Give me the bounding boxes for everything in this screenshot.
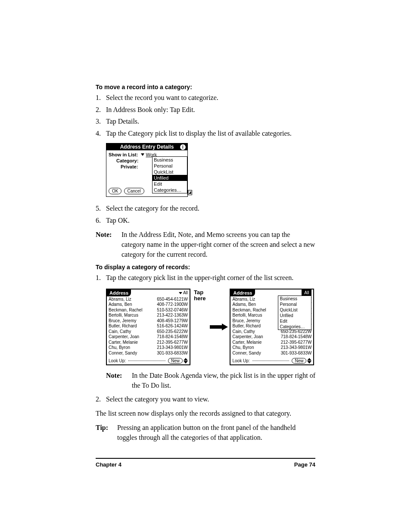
list-item[interactable]: Conner, Sandy301-933-6833W: [109, 351, 188, 356]
heading-move-record: To move a record into a category:: [96, 84, 315, 90]
contact-name: Carter, Melanie: [232, 340, 262, 345]
list-item[interactable]: Bruce, Jeremy408-459-1279W: [109, 318, 188, 324]
contact-name: Carter, Melanie: [109, 340, 138, 345]
contact-name: Butler, Richard: [232, 324, 261, 329]
category-menu[interactable]: Business Personal QuickList Unfiled Edit…: [278, 296, 311, 330]
contact-phone: 516-626-1424W: [157, 324, 188, 329]
list-item[interactable]: Bertolli, Marcus213-422-1363W: [109, 313, 188, 318]
screenshot-row: Address All Abrams, Liz650-454-6121WAdam…: [106, 289, 315, 365]
info-icon[interactable]: i: [180, 144, 186, 150]
dropdown-option[interactable]: QuickList: [153, 169, 187, 175]
list-item[interactable]: Carpenter, Joan718-824-1548W: [232, 334, 311, 340]
new-button[interactable]: New: [168, 358, 183, 364]
svg-marker-0: [210, 324, 228, 330]
list-item[interactable]: Butler, Richard516-626-1424W: [109, 324, 188, 329]
list-item[interactable]: Abrams, Liz650-454-6121W: [109, 297, 188, 302]
cancel-button[interactable]: Cancel: [124, 188, 144, 194]
steps-display: 1.Tap the category pick list in the uppe…: [96, 273, 315, 283]
category-label: Category:: [116, 158, 138, 163]
steps-move-continued: 5.Select the category for the record. 6.…: [96, 204, 315, 225]
list-item[interactable]: Adams, Ben408-772-1900W: [109, 302, 188, 308]
contact-list[interactable]: Abrams, Liz650-454-6121WAdams, Ben408-77…: [107, 296, 190, 356]
scroll-arrows[interactable]: [307, 358, 311, 364]
contact-name: Cain, Cathy: [232, 329, 255, 335]
dialog-title: Address Entry Details: [120, 144, 174, 150]
contact-name: Adams, Ben: [232, 302, 255, 308]
step-number: 3.: [96, 117, 106, 126]
note-label: Note:: [106, 370, 132, 390]
lookup-input[interactable]: [252, 361, 290, 361]
steps-display-continued: 2.Select the category you want to view.: [96, 395, 315, 404]
page-number: Page 74: [294, 461, 315, 468]
contact-name: Conner, Sandy: [232, 351, 261, 356]
step-number: 1.: [96, 93, 106, 103]
contact-name: Chu, Byron: [232, 345, 254, 351]
scroll-arrows[interactable]: [184, 358, 188, 364]
dropdown-option[interactable]: Edit Categories…: [153, 181, 187, 193]
contact-phone: 408-459-1279W: [157, 318, 188, 324]
step-text: Select the category for the record.: [106, 204, 199, 213]
app-title: Address: [107, 289, 131, 296]
step-text: Tap OK.: [106, 216, 130, 225]
note-text: In the Address Edit, Note, and Memo scre…: [121, 230, 315, 260]
contact-name: Conner, Sandy: [109, 351, 137, 356]
chapter-label: Chapter 4: [96, 461, 121, 468]
dropdown-option-selected[interactable]: Unfiled: [153, 175, 187, 181]
contact-phone: 301-933-6833W: [281, 351, 312, 356]
contact-phone: 650-454-6121W: [157, 297, 188, 302]
list-item[interactable]: Chu, Byron213-343-9801W: [109, 345, 188, 351]
contact-name: Bertolli, Marcus: [109, 313, 138, 318]
step-number: 2.: [96, 395, 106, 404]
step-text: In Address Book only: Tap Edit.: [106, 105, 195, 115]
body-paragraph: The list screen now displays only the re…: [96, 408, 315, 418]
menu-item[interactable]: Unfiled: [278, 313, 311, 318]
list-item[interactable]: Conner, Sandy301-933-6833W: [232, 351, 311, 356]
contact-phone: 650-235-6222W: [157, 329, 188, 335]
step-text: Tap the Category pick list to display th…: [106, 129, 292, 138]
contact-phone: 212-395-6277W: [157, 340, 188, 345]
note-icon[interactable]: ◪: [188, 190, 192, 195]
note-block: Note: In the Address Edit, Note, and Mem…: [96, 230, 315, 260]
list-item[interactable]: Carter, Melanie212-395-6277W: [109, 340, 188, 345]
list-item[interactable]: Carpenter, Joan718-824-1548W: [109, 334, 188, 340]
step-number: 2.: [96, 105, 106, 115]
contact-phone: 213-343-9801W: [281, 345, 312, 351]
menu-item[interactable]: QuickList: [278, 307, 311, 313]
lookup-label: Look Up:: [232, 358, 249, 363]
step-number: 4.: [96, 129, 106, 138]
menu-item[interactable]: Personal: [278, 302, 311, 307]
contact-phone: 718-824-1548W: [157, 334, 188, 340]
contact-phone: 408-772-1900W: [157, 302, 188, 308]
contact-name: Chu, Byron: [109, 345, 130, 351]
category-picklist[interactable]: All: [179, 289, 188, 296]
dropdown-option[interactable]: Personal: [153, 163, 187, 169]
contact-phone: 213-422-1363W: [157, 313, 188, 318]
menu-item[interactable]: Edit Categories…: [278, 318, 311, 330]
private-label: Private:: [121, 164, 138, 169]
list-item[interactable]: Carter, Melanie212-395-6277W: [232, 340, 311, 345]
footer-rule: [96, 458, 315, 459]
contact-name: Carpenter, Joan: [232, 334, 263, 340]
callout-label: Tap here: [194, 289, 206, 302]
list-item[interactable]: Chu, Byron213-343-9801W: [232, 345, 311, 351]
step-number: 5.: [96, 204, 106, 213]
show-in-list-label: Show in List:: [109, 152, 138, 157]
new-button[interactable]: New: [292, 358, 306, 364]
step-text: Select the category you want to view.: [106, 395, 209, 404]
contact-name: Butler, Richard: [109, 324, 137, 329]
dropdown-option[interactable]: Business: [153, 157, 187, 163]
list-item[interactable]: Cain, Cathy650-235-6222W: [109, 329, 188, 335]
tip-text: Pressing an application button on the fr…: [117, 423, 315, 442]
menu-item[interactable]: Business: [278, 296, 311, 302]
contact-phone: 212-395-6277W: [281, 340, 312, 345]
lookup-input[interactable]: [128, 361, 165, 361]
ok-button[interactable]: OK: [109, 188, 121, 194]
list-item[interactable]: Beckman, Rachel510-532-0746W: [109, 308, 188, 313]
category-dropdown[interactable]: Business Personal QuickList Unfiled Edit…: [152, 156, 187, 193]
step-number: 1.: [96, 273, 106, 283]
steps-move: 1.Select the record you want to categori…: [96, 93, 315, 138]
dropdown-icon[interactable]: [141, 153, 144, 156]
contact-name: Carpenter, Joan: [109, 334, 139, 340]
step-number: 6.: [96, 216, 106, 225]
dialog-titlebar: Address Entry Details i: [106, 143, 187, 150]
